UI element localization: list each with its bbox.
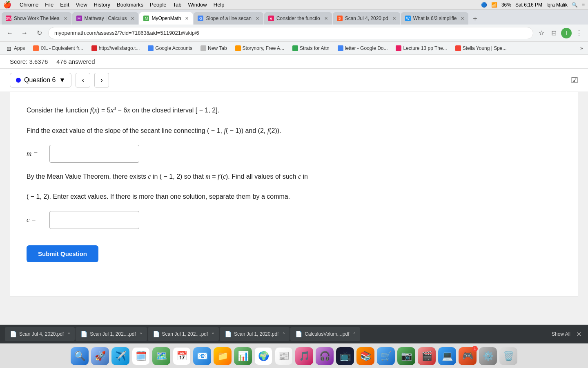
letter-favicon [338,45,343,51]
menu-history[interactable]: History [94,2,110,8]
menu-edit[interactable]: Edit [60,2,69,8]
more-icon[interactable]: ⋮ [574,28,584,38]
problem-statement-line4: ( − 1, 2). Enter exact values. If there … [27,191,561,203]
bookmark-wellsfargo[interactable]: http://wellsfargo.t... [88,44,143,52]
tab-show-work[interactable]: SW Show Work The Mea ✕ [2,12,71,25]
tab-scan1[interactable]: S Scan Jul 4, 2020.pd ✕ [333,12,400,25]
main-content: Consider the function f(x) = 5x3 − 6x on… [10,92,578,296]
chevron-up-icon[interactable]: ^ [68,332,70,337]
dock-quicktime[interactable]: 🎬 [418,347,436,365]
tab-close-icon[interactable]: ✕ [256,16,259,21]
download-name: Scan Jul 4, 2020.pdf [19,331,64,337]
menu-window[interactable]: Window [188,2,207,8]
apple-menu[interactable]: 🍎 [3,1,11,9]
menu-people[interactable]: People [150,2,166,8]
search-icon[interactable]: 🔍 [572,2,578,8]
pdf-icon: 📄 [10,331,17,337]
dock-launchpad[interactable]: 🚀 [91,347,109,365]
dock-calendar[interactable]: 🗓️ [132,347,150,365]
dock-facetime[interactable]: 📷 [397,347,415,365]
menu-icon[interactable]: ≡ [582,2,585,8]
refresh-button[interactable]: ↻ [33,27,45,39]
bookmark-lecture[interactable]: Lecture 13 pp The... [392,44,450,52]
chevron-up-icon[interactable]: ^ [354,332,356,337]
bluetooth-icon[interactable]: 🔵 [481,2,487,8]
bookmark-letter[interactable]: letter - Google Do... [334,44,391,52]
dock-safari[interactable]: ✈️ [111,347,129,365]
menu-tab[interactable]: Tab [173,2,182,8]
download-item-2[interactable]: 📄 Scan Jul 1, 202....pdf ^ [76,327,147,341]
chevron-up-icon[interactable]: ^ [212,332,214,337]
tab-close-icon[interactable]: ✕ [64,16,67,21]
dock-app-store[interactable]: 🛒 [377,347,395,365]
m-input[interactable] [49,145,139,163]
bookmark-storynory[interactable]: Storynory, Free A... [232,44,287,52]
dock-numbers[interactable]: 📊 [234,347,252,365]
submit-question-button[interactable]: Submit Question [27,245,98,262]
dock-news[interactable]: 📰 [275,347,293,365]
dock: 🔍 🚀 ✈️ 🗓️ 🗺️ 📅 📧 📁 📊 🌍 📰 🎵 🎧 📺 📚 🛒 📷 🎬 💻… [0,343,588,368]
c-label: c = [27,216,43,224]
dock-imovie[interactable]: 💻 [438,347,456,365]
dock-mail[interactable]: 📧 [193,347,211,365]
close-download-bar-button[interactable]: ✕ [575,329,583,340]
dock-garageband[interactable]: 🎮 1 [459,347,477,365]
new-tab-button[interactable]: + [469,13,481,25]
download-item-4[interactable]: 📄 Scan Jul 1, 2020.pdf ^ [220,327,290,341]
dock-chrome[interactable]: 🌍 [254,347,272,365]
prev-question-button[interactable]: ‹ [76,73,90,88]
dock-reminders[interactable]: 📅 [173,347,191,365]
download-item-1[interactable]: 📄 Scan Jul 4, 2020.pdf ^ [5,327,75,341]
download-item-3[interactable]: 📄 Scan Jul 1, 202....pdf ^ [148,327,219,341]
bookmarks-bar: ⊞ Apps IXL - Equivalent fr... http://wel… [0,42,588,55]
tab-close-icon[interactable]: ✕ [131,16,134,21]
check-icon[interactable]: ☑ [571,75,578,85]
address-input[interactable] [48,27,533,39]
dock-tv[interactable]: 📺 [336,347,354,365]
tab-close-icon[interactable]: ✕ [324,16,328,21]
profile-icon[interactable]: I [561,28,572,38]
bookmark-ixl[interactable]: IXL - Equivalent fr... [30,44,86,52]
tab-close-icon[interactable]: ✕ [392,16,396,21]
dock-maps[interactable]: 🗺️ [152,347,170,365]
dock-system-preferences[interactable]: ⚙️ [479,347,497,365]
download-item-5[interactable]: 📄 CalculusVolum....pdf ^ [290,327,360,341]
storynory-favicon [235,45,241,51]
next-question-button[interactable]: › [94,73,109,88]
dock-podcasts[interactable]: 🎧 [316,347,334,365]
tab-close-icon[interactable]: ✕ [185,16,189,21]
show-all-button[interactable]: Show All [548,330,574,339]
tab-myopenmath[interactable]: M MyOpenMath ✕ [139,12,193,25]
tab-consider[interactable]: e Consider the functio ✕ [264,12,332,25]
bookmark-strats[interactable]: Strats for Attn [289,44,333,52]
chevron-up-icon[interactable]: ^ [283,332,285,337]
dock-itunes[interactable]: 🎵 [295,347,313,365]
menu-bookmarks[interactable]: Bookmarks [117,2,143,8]
menu-file[interactable]: File [45,2,53,8]
menu-view[interactable]: View [76,2,87,8]
back-button[interactable]: ← [4,27,16,39]
menu-chrome[interactable]: Chrome [20,2,38,8]
bookmark-label: Lecture 13 pp The... [403,45,447,51]
bookmark-apps[interactable]: ⊞ Apps [3,44,28,52]
dock-books[interactable]: 📚 [356,347,374,365]
forward-button[interactable]: → [19,27,30,39]
cast-icon[interactable]: ⊟ [549,28,559,38]
tab-slope[interactable]: G Slope of a line secan ✕ [194,12,263,25]
m-input-row: m = [27,145,561,163]
bookmark-stella[interactable]: Stella Young | Spe... [452,44,510,52]
bookmark-icon[interactable]: ☆ [537,28,546,38]
chevron-up-icon[interactable]: ^ [140,332,142,337]
bookmark-google-accounts[interactable]: Google Accounts [145,44,196,52]
tab-what[interactable]: W What is 6/3 simplifie ✕ [401,12,469,25]
question-dropdown[interactable]: Question 6 ▼ [10,73,71,88]
dock-photos[interactable]: 📁 [214,347,232,365]
tab-close-icon[interactable]: ✕ [461,16,464,21]
tab-mathway[interactable]: M Mathway | Calculus ✕ [72,12,139,25]
menu-help[interactable]: Help [214,2,225,8]
bookmarks-more[interactable]: » [579,45,585,51]
dock-finder[interactable]: 🔍 [71,347,89,365]
c-input[interactable] [49,211,139,229]
dock-trash[interactable]: 🗑️ [499,347,517,365]
bookmark-new-tab[interactable]: New Tab [197,44,230,52]
